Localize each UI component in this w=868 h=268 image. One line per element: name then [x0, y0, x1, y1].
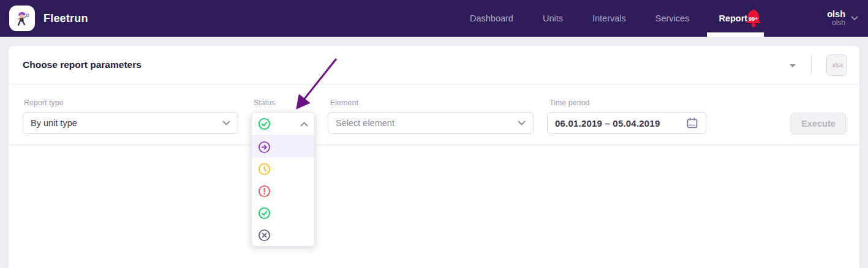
status-option-overdue[interactable] [252, 180, 314, 202]
user-name: olsh [827, 9, 845, 20]
time-period-label: Time period [549, 99, 590, 107]
chevron-down-icon [222, 121, 230, 125]
report-parameters-panel: Choose report parameters .xlsx Report ty… [9, 46, 859, 268]
chevron-down-icon [851, 16, 858, 21]
brand-title: Fleetrun [43, 12, 88, 25]
notification-badge: 99+ [749, 16, 758, 22]
header-divider [811, 56, 812, 74]
calendar-icon[interactable] [686, 117, 698, 129]
element-placeholder: Select element [336, 118, 394, 128]
status-option-rejected[interactable] [252, 224, 314, 246]
export-xlsx-button[interactable]: .xlsx [826, 54, 847, 76]
status-dropdown [251, 112, 315, 247]
clock-circle-icon [258, 163, 271, 176]
check-circle-icon [258, 117, 271, 130]
user-menu[interactable]: olsh olsh [827, 0, 858, 37]
check-circle-icon [258, 207, 271, 220]
report-results-area [9, 145, 859, 268]
status-label: Status [254, 99, 275, 107]
panel-title: Choose report parameters [23, 59, 142, 70]
panel-header: Choose report parameters .xlsx [9, 46, 859, 84]
status-option-pending[interactable] [252, 158, 314, 180]
collapse-caret-icon[interactable] [789, 59, 796, 70]
chevron-up-icon [300, 122, 308, 127]
arrow-right-circle-icon [258, 141, 271, 154]
status-option-done[interactable] [252, 202, 314, 224]
alert-circle-icon [258, 185, 271, 198]
nav-item-units[interactable]: Units [542, 0, 564, 37]
main-nav: Dashboard Units Intervals Services Repor… [469, 0, 753, 37]
notifications-bell[interactable]: 99+ [743, 8, 764, 29]
user-subname: olsh [832, 19, 845, 28]
status-select-control[interactable] [252, 113, 314, 136]
element-select[interactable]: Select element [328, 112, 534, 134]
report-type-label: Report type [24, 99, 64, 107]
report-type-value: By unit type [31, 118, 77, 128]
time-period-input[interactable]: 06.01.2019 – 05.04.2019 [547, 112, 706, 134]
mechanic-logo-icon [13, 10, 31, 27]
execute-button[interactable]: Execute [791, 113, 846, 135]
status-option-in-progress[interactable] [252, 136, 314, 158]
nav-item-intervals[interactable]: Intervals [591, 0, 627, 37]
app-header: Fleetrun Dashboard Units Intervals Servi… [0, 0, 868, 37]
report-type-select[interactable]: By unit type [23, 112, 238, 134]
nav-item-dashboard[interactable]: Dashboard [469, 0, 515, 37]
chevron-down-icon [518, 121, 526, 125]
element-label: Element [330, 99, 358, 107]
fleetrun-logo[interactable] [9, 6, 35, 31]
time-period-value: 06.01.2019 – 05.04.2019 [555, 118, 660, 128]
cross-circle-icon [258, 229, 271, 242]
user-names: olsh olsh [827, 9, 845, 28]
nav-item-services[interactable]: Services [654, 0, 691, 37]
filter-row: Report type By unit type Status Element … [9, 84, 859, 145]
